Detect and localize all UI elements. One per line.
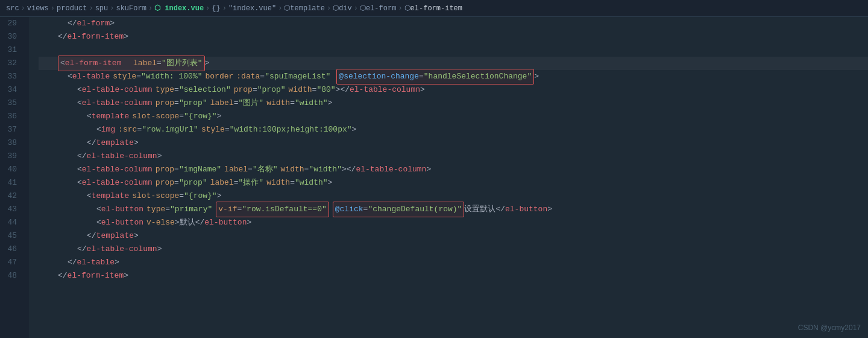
ln-45: 45 xyxy=(0,229,22,243)
code-line-45: </template> xyxy=(39,229,868,243)
code-line-31 xyxy=(39,43,868,57)
ln-48: 48 xyxy=(0,269,22,282)
code-editor: 29 30 31 32 33 34 35 36 37 38 39 40 41 4… xyxy=(0,17,868,338)
breadcrumb-views[interactable]: views xyxy=(27,4,49,13)
code-line-37: <img :src="row.imgUrl" style="width:100p… xyxy=(39,123,868,136)
ln-47: 47 xyxy=(0,256,22,269)
code-line-47: </el-table> xyxy=(39,256,868,269)
ln-40: 40 xyxy=(0,163,22,176)
code-line-36: <template slot-scope="{row}" > xyxy=(39,110,868,123)
code-line-42: <template slot-scope="{row}" > xyxy=(39,190,868,203)
code-line-39: </el-table-column> xyxy=(39,150,868,163)
breadcrumb-skuform[interactable]: skuForm xyxy=(116,4,146,13)
breadcrumb-file[interactable]: ⬡ index.vue xyxy=(154,4,204,13)
ln-42: 42 xyxy=(0,190,22,203)
breadcrumb: src › views › product › spu › skuForm › … xyxy=(0,0,868,17)
ln-34: 34 xyxy=(0,83,22,97)
breadcrumb-indexvue-label: "index.vue" xyxy=(228,4,276,13)
ln-44: 44 xyxy=(0,216,22,229)
breadcrumb-elform: el-form xyxy=(366,4,396,13)
ln-33: 33 xyxy=(0,70,22,83)
breadcrumb-template-icon: ⬡ xyxy=(284,4,290,13)
breadcrumb-div: div xyxy=(339,4,352,13)
code-line-44: <el-button v-else > 默认 </el-button> xyxy=(39,216,868,229)
breadcrumb-product[interactable]: product xyxy=(57,4,87,13)
code-line-43: <el-button type="primary" v-if="row.isDe… xyxy=(39,203,868,216)
ln-39: 39 xyxy=(0,150,22,163)
watermark: CSDN @ycmy2017 xyxy=(798,324,861,332)
ln-35: 35 xyxy=(0,97,22,110)
breadcrumb-spu[interactable]: spu xyxy=(95,4,108,13)
ln-31: 31 xyxy=(0,43,22,57)
code-line-32: <el-form-item label="图片列表" > xyxy=(39,57,868,70)
code-line-48: </el-form-item> xyxy=(39,269,868,282)
breadcrumb-elformitem: el-form-item xyxy=(410,4,462,13)
breadcrumb-elformitem-icon: ⬡ xyxy=(404,4,410,13)
ln-46: 46 xyxy=(0,243,22,256)
code-line-33: <el-table style="width: 100%" border :da… xyxy=(39,70,868,83)
breadcrumb-elform-icon: ⬡ xyxy=(360,4,366,13)
code-lines: </el-form> </el-form-item> <el-form-item… xyxy=(29,17,868,338)
ln-30: 30 xyxy=(0,30,22,43)
breadcrumb-div-icon: ⬡ xyxy=(333,4,339,13)
code-line-46: </el-table-column> xyxy=(39,243,868,256)
code-line-29: </el-form> xyxy=(39,17,868,30)
code-line-30: </el-form-item> xyxy=(39,30,868,43)
ln-37: 37 xyxy=(0,123,22,136)
breadcrumb-src[interactable]: src xyxy=(6,4,19,13)
code-line-34: <el-table-column type="selection" prop="… xyxy=(39,83,868,97)
breadcrumb-braces: {} xyxy=(212,4,220,13)
ln-43: 43 xyxy=(0,203,22,216)
code-line-38: </template> xyxy=(39,136,868,150)
line-numbers: 29 30 31 32 33 34 35 36 37 38 39 40 41 4… xyxy=(0,17,29,338)
ln-29: 29 xyxy=(0,17,22,30)
code-line-40: <el-table-column prop="imgName" label="名… xyxy=(39,163,868,176)
breadcrumb-template: template xyxy=(290,4,325,13)
code-line-41: <el-table-column prop="prop" label="操作" … xyxy=(39,176,868,190)
ln-38: 38 xyxy=(0,136,22,150)
code-line-35: <el-table-column prop="prop" label="图片" … xyxy=(39,97,868,110)
ln-32: 32 xyxy=(0,57,22,70)
ln-36: 36 xyxy=(0,110,22,123)
ln-41: 41 xyxy=(0,176,22,190)
